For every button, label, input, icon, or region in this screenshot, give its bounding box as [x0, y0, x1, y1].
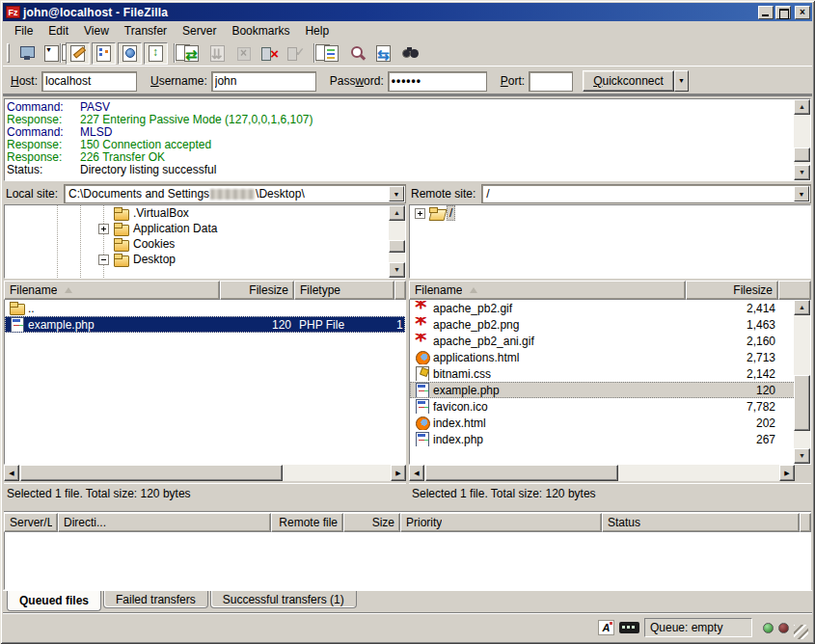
file-row[interactable]: apache_pb2_ani.gif 2,160	[410, 333, 796, 349]
tree-expander-icon[interactable]	[98, 224, 109, 234]
file-row[interactable]: example.php 120 PHP File 1	[5, 316, 405, 333]
toolbar-icon	[348, 44, 367, 62]
file-row[interactable]: favicon.ico 7,782	[410, 398, 796, 415]
quickconnect-dropdown-button[interactable]: ▼	[674, 70, 689, 92]
scroll-up-icon[interactable]: ▲	[794, 99, 810, 115]
toolbar-button[interactable]	[371, 42, 395, 65]
menu-item[interactable]: Bookmarks	[224, 22, 297, 40]
toolbar-button[interactable]	[66, 42, 90, 65]
toolbar-button[interactable]	[41, 42, 54, 65]
log-scrollbar[interactable]: ▲ ▼	[794, 99, 810, 180]
scroll-right-icon[interactable]: ▶	[391, 465, 406, 481]
toolbar-button[interactable]	[319, 42, 343, 65]
menu-item[interactable]: View	[76, 22, 117, 40]
file-row[interactable]: index.php 267	[410, 431, 796, 447]
tree-expander-icon[interactable]	[98, 255, 109, 265]
scrollbar-thumb[interactable]	[425, 465, 618, 481]
file-row[interactable]: example.php 120	[410, 382, 796, 398]
file-row[interactable]: index.html 202	[410, 415, 796, 431]
remote-list-hscrollbar[interactable]: ◀ ▶	[409, 465, 795, 481]
queue-column-header[interactable]: Server/Local file	[4, 513, 58, 532]
toolbar-button[interactable]	[284, 42, 308, 65]
queue-tab[interactable]: Queued files	[7, 591, 101, 611]
username-input[interactable]	[211, 71, 316, 92]
toolbar-button[interactable]	[258, 42, 282, 65]
toolbar-button[interactable]	[397, 42, 421, 65]
queue-column-header[interactable]: Priority	[400, 513, 602, 532]
toolbar-button[interactable]	[92, 42, 116, 65]
file-row[interactable]: applications.html 2,713	[410, 349, 796, 365]
tree-item[interactable]: Desktop	[5, 252, 405, 267]
scrollbar-thumb[interactable]	[794, 148, 810, 162]
queue-column-header[interactable]: Remote file	[271, 513, 343, 532]
toolbar-button[interactable]	[15, 42, 40, 65]
toolbar-button[interactable]	[170, 42, 177, 65]
queue-column-header[interactable]: Status	[602, 513, 800, 532]
queue-column-header[interactable]: Directi...	[58, 513, 271, 532]
data-type-indicator-icon[interactable]: A	[598, 620, 614, 635]
toolbar-button[interactable]	[179, 42, 204, 65]
toolbar-button[interactable]	[310, 42, 317, 65]
column-header-filesize[interactable]: Filesize	[686, 281, 778, 300]
scroll-down-icon[interactable]: ▼	[794, 448, 810, 464]
scroll-left-icon[interactable]: ◀	[409, 465, 424, 481]
local-site-combobox[interactable]: C:\Documents and Settings\Desktop\ ▼	[64, 184, 406, 203]
scroll-left-icon[interactable]: ◀	[4, 465, 19, 481]
file-row[interactable]: bitnami.css 2,142	[410, 365, 796, 382]
file-row[interactable]: apache_pb2.png 1,463	[410, 316, 796, 333]
password-input[interactable]	[388, 71, 487, 92]
toolbar-button[interactable]	[231, 42, 256, 65]
host-input[interactable]	[41, 71, 137, 92]
toolbar-button[interactable]	[144, 42, 168, 65]
scroll-down-icon[interactable]: ▼	[389, 262, 405, 278]
close-button[interactable]: ×	[795, 6, 810, 19]
column-header-filesize[interactable]: Filesize	[220, 281, 294, 300]
scroll-up-icon[interactable]: ▲	[389, 205, 405, 221]
queue-column-header[interactable]	[800, 513, 811, 532]
menu-item[interactable]: File	[7, 22, 41, 40]
scroll-right-icon[interactable]: ▶	[779, 465, 795, 481]
menu-item[interactable]: Edit	[41, 22, 76, 40]
minimize-button[interactable]	[758, 6, 774, 19]
local-tree-scrollbar[interactable]: ▲ ▼	[389, 205, 405, 278]
queue-list[interactable]	[4, 532, 811, 590]
queue-tab[interactable]: Failed transfers	[103, 591, 208, 608]
tree-item[interactable]: .VirtualBox	[5, 205, 405, 221]
chevron-down-icon[interactable]: ▼	[794, 186, 809, 201]
column-header-lastmodified[interactable]: L	[394, 281, 406, 300]
file-row[interactable]: ..	[5, 300, 405, 316]
column-header-filename[interactable]: Filename	[4, 281, 220, 300]
menu-item[interactable]: Transfer	[117, 22, 175, 40]
scrollbar-thumb[interactable]	[20, 465, 283, 481]
scroll-down-icon[interactable]: ▼	[794, 165, 810, 180]
toolbar-grip[interactable]	[7, 43, 10, 63]
scrollbar-thumb[interactable]	[389, 240, 405, 253]
port-input[interactable]	[529, 71, 573, 92]
scroll-up-icon[interactable]: ▲	[794, 300, 810, 315]
toolbar-button[interactable]	[118, 42, 142, 65]
maximize-button[interactable]	[775, 6, 791, 19]
toolbar-button[interactable]	[205, 42, 230, 65]
tree-item[interactable]: Application Data	[5, 221, 405, 236]
toolbar-button[interactable]	[345, 42, 369, 65]
local-list-hscrollbar[interactable]: ◀ ▶	[4, 465, 406, 481]
chevron-down-icon[interactable]: ▼	[389, 186, 404, 201]
queue-tab[interactable]: Successful transfers (1)	[210, 591, 357, 608]
remote-list-scrollbar[interactable]: ▲ ▼	[794, 300, 810, 464]
column-header-filename[interactable]: Filename	[409, 281, 686, 300]
menu-item[interactable]: Help	[297, 22, 337, 40]
scrollbar-thumb[interactable]	[794, 375, 810, 431]
toolbar-button[interactable]	[56, 42, 64, 65]
column-header-filetype[interactable]: Filetype	[294, 281, 394, 300]
remote-site-combobox[interactable]: / ▼	[481, 184, 811, 203]
file-icon	[414, 350, 431, 364]
file-row[interactable]: apache_pb2.gif 2,414	[410, 300, 796, 316]
resize-grip[interactable]	[794, 625, 808, 639]
tree-expander-icon[interactable]	[415, 208, 425, 219]
menu-item[interactable]: Server	[175, 22, 224, 40]
speed-limit-indicator-icon[interactable]	[619, 622, 639, 633]
quickconnect-button[interactable]: Quickconnect	[583, 70, 674, 92]
tree-item[interactable]: Cookies	[5, 236, 405, 252]
queue-column-header[interactable]: Size	[343, 513, 400, 532]
tree-item[interactable]: /	[410, 205, 810, 221]
